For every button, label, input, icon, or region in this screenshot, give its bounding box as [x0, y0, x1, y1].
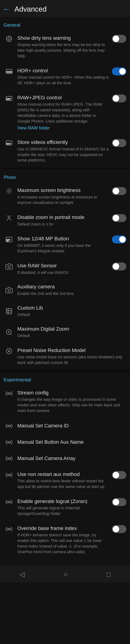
setting-content: Enable generate logcat (Zoran) This will…	[17, 498, 109, 516]
list-item: RAW RAW+JPEG control Show manual control…	[0, 90, 130, 135]
page-title: Advanced	[14, 5, 47, 13]
svg-text:HEVC: HEVC	[6, 143, 11, 145]
stream-icon-5	[3, 471, 14, 479]
setting-desc: This allow to switch lens faster without…	[17, 478, 109, 490]
setting-content: Disable zoom in portrait mode Default zo…	[17, 214, 109, 227]
section-divider	[0, 370, 130, 372]
mp-toggle[interactable]	[112, 236, 127, 244]
setting-desc: It increases screen brightness at maximu…	[17, 194, 109, 206]
aux-camera-icon	[3, 286, 14, 294]
setting-title: Use RAW Sensor	[17, 262, 109, 269]
hdr-toggle[interactable]	[112, 68, 127, 76]
setting-title: Manual Set Button Aux Name	[17, 439, 127, 445]
svg-point-12	[8, 190, 10, 192]
setting-content: Preset Noise Reduction Model Use noise m…	[17, 347, 127, 366]
setting-content: Override base frame index If HDR+ enhanc…	[17, 525, 109, 555]
base-frame-toggle[interactable]	[112, 525, 127, 533]
list-item[interactable]: Manual Set Button Aux Name	[0, 434, 130, 450]
svg-line-18	[11, 193, 11, 194]
list-item: 12/48 MP Show 12/48 MP Button On Mi9/Mi9…	[0, 231, 130, 258]
hevc-toggle[interactable]	[112, 139, 127, 147]
setting-desc: Use noise model base on sensors (aka Noi…	[17, 354, 127, 366]
setting-desc: Display warning when the lens may be too…	[17, 42, 109, 59]
setting-title: Show dirty lens warning	[17, 35, 109, 41]
setting-content: Maximum screen brightness It increases s…	[17, 187, 109, 206]
setting-content: Maximum Digital Zoom Default	[17, 326, 127, 338]
svg-text:HDR+: HDR+	[7, 70, 12, 73]
nav-back-button[interactable]: ◁	[19, 570, 25, 578]
setting-title: Disable zoom in portrait mode	[17, 214, 109, 220]
svg-line-17	[7, 189, 7, 190]
dirty-lens-toggle[interactable]	[112, 35, 127, 43]
stream-icon-2	[3, 422, 14, 430]
section-divider	[0, 167, 130, 169]
non-restart-aux-toggle[interactable]	[112, 471, 127, 479]
setting-desc: Enable the 2nd and the 3rd lens	[17, 291, 127, 296]
hevc-icon: HEVC	[3, 139, 14, 147]
list-item[interactable]: Manual Set Camera Array	[0, 450, 130, 467]
svg-point-42	[8, 441, 10, 443]
svg-point-46	[8, 528, 10, 530]
setting-content: Manual Set Button Aux Name	[17, 439, 127, 445]
setting-content: Show dirty lens warning Display warning …	[17, 35, 109, 59]
svg-rect-29	[6, 308, 12, 314]
raw-icon: RAW	[3, 94, 14, 102]
setting-title: Enable generate logcat (Zoran)	[17, 498, 109, 504]
setting-title: HDR+ control	[17, 68, 109, 74]
setting-title: RAW+JPEG control	[17, 94, 109, 101]
setting-content: Use RAW Sensor If disabled, it will use …	[17, 262, 109, 275]
svg-point-44	[8, 474, 10, 476]
setting-desc: Show manual control for HDR+. When this …	[17, 75, 109, 86]
setting-desc: It changes the way image or video is pro…	[17, 397, 127, 414]
list-item: Use RAW Sensor If disabled, it will use …	[0, 258, 130, 280]
svg-point-27	[8, 266, 10, 268]
lens-icon	[3, 35, 14, 42]
setting-title: Show 12/48 MP Button	[17, 236, 109, 242]
section-label-general: General	[0, 17, 130, 30]
section-label-experimental: Experimental	[0, 372, 130, 385]
setting-desc: This will generate logcat in /Internal s…	[17, 505, 109, 516]
setting-title: Manual Set Camera Array	[17, 455, 127, 462]
list-item: Disable zoom in portrait mode Default zo…	[0, 210, 130, 231]
list-item[interactable]: Auxiliary camera Enable the 2nd and the …	[0, 280, 130, 300]
nav-bar: ◁ ○ □	[0, 566, 130, 582]
stream-icon	[3, 390, 14, 397]
svg-point-40	[8, 392, 10, 394]
list-item[interactable]: Maximum Digital Zoom Default	[0, 322, 130, 343]
setting-title: Auxiliary camera	[17, 284, 127, 290]
stream-icon-3	[3, 438, 14, 446]
list-item[interactable]: Custom Lib Default	[0, 301, 130, 322]
back-button[interactable]: ←	[3, 5, 10, 13]
setting-desc: Default zoom is 1.5x	[17, 222, 109, 227]
list-item: Show dirty lens warning Display warning …	[0, 30, 130, 63]
list-item: Stream config It changes the way image o…	[0, 385, 130, 418]
svg-text:RAW: RAW	[6, 98, 11, 100]
svg-text:MP: MP	[7, 241, 9, 242]
setting-content: Store videos efficiently Use H.265/HEVC …	[17, 139, 109, 163]
setting-title: Maximum screen brightness	[17, 187, 109, 194]
setting-desc: If disabled, it will use RAW10	[17, 270, 109, 276]
raw-jpeg-toggle[interactable]	[112, 94, 127, 102]
nav-home-button[interactable]: ○	[64, 570, 67, 578]
list-item[interactable]: Manual Set Camera ID	[0, 418, 130, 434]
brightness-toggle[interactable]	[112, 187, 127, 195]
list-item: Maximum screen brightness It increases s…	[0, 183, 130, 210]
mp-icon: 12/48 MP	[3, 236, 14, 243]
stream-icon-4	[3, 454, 14, 462]
setting-content: Use non restart aux method This allow to…	[17, 471, 109, 490]
view-raw-folder-link[interactable]: View RAW folder	[17, 126, 109, 130]
list-item: Enable generate logcat (Zoran) This will…	[0, 494, 130, 521]
brightness-icon	[3, 187, 14, 195]
nav-recent-button[interactable]: □	[107, 570, 111, 578]
disable-zoom-toggle[interactable]	[112, 214, 127, 222]
setting-title: Use non restart aux method	[17, 471, 109, 478]
setting-content: Manual Set Camera ID	[17, 422, 127, 429]
setting-desc: Default	[17, 333, 127, 338]
setting-title: Custom Lib	[17, 305, 127, 311]
raw-sensor-toggle[interactable]	[112, 262, 127, 270]
setting-desc: If HDR+ enhance doesn't save the image, …	[17, 532, 109, 555]
svg-line-19	[11, 189, 11, 190]
logcat-toggle[interactable]	[112, 498, 127, 506]
zoom-icon	[3, 328, 14, 336]
camera-icon	[3, 262, 14, 270]
